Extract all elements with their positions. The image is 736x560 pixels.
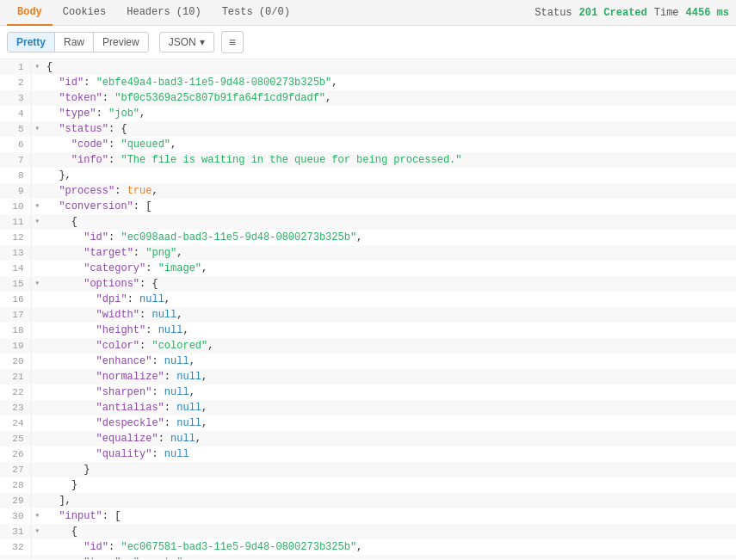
- view-toggle-group: Pretty Raw Preview: [7, 32, 149, 52]
- line-content: "height": null,: [43, 323, 736, 338]
- tab-tests[interactable]: Tests (0/0): [212, 0, 300, 26]
- line-number: 20: [0, 354, 31, 369]
- table-row: 1▾{: [0, 59, 736, 75]
- table-row: 3 "token": "bf0c5369a25c807b91fa64f1cd9f…: [0, 90, 736, 106]
- line-number: 31: [0, 524, 31, 539]
- line-content: "quality": null: [43, 446, 736, 462]
- table-row: 11▾ {: [0, 214, 736, 230]
- pretty-button[interactable]: Pretty: [8, 33, 55, 52]
- table-row: 18 "height": null,: [0, 323, 736, 338]
- line-number: 14: [0, 261, 31, 276]
- fold-arrow[interactable]: ▾: [31, 59, 43, 75]
- status-area: Status 201 Created Time 4456 ms: [535, 7, 729, 19]
- table-row: 10▾ "conversion": [: [0, 199, 736, 214]
- table-row: 30▾ "input": [: [0, 508, 736, 524]
- fold-arrow: [31, 415, 43, 431]
- fold-arrow: [31, 539, 43, 555]
- table-row: 7 "info": "The file is waiting in the qu…: [0, 152, 736, 168]
- line-number: 18: [0, 323, 31, 338]
- line-content: "id": "ec098aad-bad3-11e5-9d48-0800273b3…: [43, 230, 736, 245]
- tab-headers[interactable]: Headers (10): [116, 0, 211, 26]
- table-row: 26 "quality": null: [0, 446, 736, 462]
- line-number: 13: [0, 245, 31, 261]
- fold-arrow[interactable]: ▾: [31, 524, 43, 539]
- preview-button[interactable]: Preview: [94, 33, 148, 52]
- line-number: 26: [0, 446, 31, 462]
- tab-bar: Body Cookies Headers (10) Tests (0/0) St…: [0, 0, 736, 26]
- line-number: 33: [0, 555, 31, 559]
- line-number: 5: [0, 121, 31, 137]
- wrap-button[interactable]: ≡: [221, 31, 244, 53]
- line-number: 9: [0, 183, 31, 199]
- fold-arrow: [31, 400, 43, 415]
- table-row: 24 "despeckle": null,: [0, 415, 736, 431]
- fold-arrow[interactable]: ▾: [31, 121, 43, 137]
- table-row: 27 }: [0, 462, 736, 477]
- line-content: "token": "bf0c5369a25c807b91fa64f1cd9fda…: [43, 90, 736, 106]
- table-row: 32 "id": "ec067581-bad3-11e5-9d48-080027…: [0, 539, 736, 555]
- fold-arrow[interactable]: ▾: [31, 276, 43, 292]
- line-content: }: [43, 477, 736, 493]
- fold-arrow[interactable]: ▾: [31, 214, 43, 230]
- line-number: 19: [0, 338, 31, 354]
- line-content: }: [43, 462, 736, 477]
- table-row: 23 "antialias": null,: [0, 400, 736, 415]
- fold-arrow: [31, 338, 43, 354]
- line-content: "despeckle": null,: [43, 415, 736, 431]
- json-viewer: 1▾{2 "id": "ebfe49a4-bad3-11e5-9d48-0800…: [0, 59, 736, 559]
- line-number: 8: [0, 168, 31, 183]
- fold-arrow: [31, 261, 43, 276]
- status-value: 201 Created: [579, 7, 647, 19]
- fold-arrow[interactable]: ▾: [31, 508, 43, 524]
- line-content: "normalize": null,: [43, 369, 736, 385]
- line-number: 3: [0, 90, 31, 106]
- raw-button[interactable]: Raw: [55, 33, 94, 52]
- line-number: 10: [0, 199, 31, 214]
- fold-arrow: [31, 245, 43, 261]
- table-row: 20 "enhance": null,: [0, 354, 736, 369]
- fold-arrow: [31, 431, 43, 446]
- table-row: 16 "dpi": null,: [0, 292, 736, 307]
- tab-body[interactable]: Body: [7, 0, 53, 26]
- fold-arrow: [31, 75, 43, 90]
- line-number: 27: [0, 462, 31, 477]
- line-content: "options": {: [43, 276, 736, 292]
- format-dropdown[interactable]: JSON ▾: [159, 32, 214, 52]
- table-row: 13 "target": "png",: [0, 245, 736, 261]
- fold-arrow: [31, 137, 43, 152]
- fold-arrow: [31, 292, 43, 307]
- line-content: "type": "remote",: [43, 555, 736, 559]
- fold-arrow[interactable]: ▾: [31, 199, 43, 214]
- line-number: 12: [0, 230, 31, 245]
- line-number: 23: [0, 400, 31, 415]
- line-number: 7: [0, 152, 31, 168]
- fold-arrow: [31, 446, 43, 462]
- table-row: 4 "type": "job",: [0, 106, 736, 121]
- fold-arrow: [31, 106, 43, 121]
- fold-arrow: [31, 168, 43, 183]
- line-number: 16: [0, 292, 31, 307]
- line-number: 30: [0, 508, 31, 524]
- line-content: "width": null,: [43, 307, 736, 323]
- table-row: 6 "code": "queued",: [0, 137, 736, 152]
- tab-cookies[interactable]: Cookies: [53, 0, 116, 26]
- line-number: 4: [0, 106, 31, 121]
- line-number: 25: [0, 431, 31, 446]
- line-number: 28: [0, 477, 31, 493]
- toolbar: Pretty Raw Preview JSON ▾ ≡: [0, 26, 736, 59]
- table-row: 21 "normalize": null,: [0, 369, 736, 385]
- table-row: 22 "sharpen": null,: [0, 385, 736, 400]
- fold-arrow: [31, 369, 43, 385]
- fold-arrow: [31, 152, 43, 168]
- line-content: "id": "ebfe49a4-bad3-11e5-9d48-0800273b3…: [43, 75, 736, 90]
- fold-arrow: [31, 462, 43, 477]
- table-row: 9 "process": true,: [0, 183, 736, 199]
- fold-arrow: [31, 183, 43, 199]
- line-content: {: [43, 59, 736, 75]
- line-content: "process": true,: [43, 183, 736, 199]
- fold-arrow: [31, 307, 43, 323]
- time-value: 4456 ms: [686, 7, 729, 19]
- line-number: 32: [0, 539, 31, 555]
- line-content: "dpi": null,: [43, 292, 736, 307]
- line-content: "info": "The file is waiting in the queu…: [43, 152, 736, 168]
